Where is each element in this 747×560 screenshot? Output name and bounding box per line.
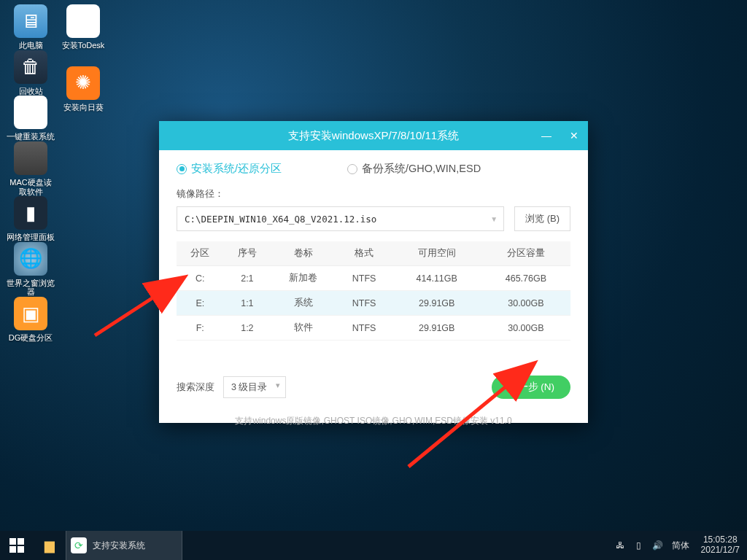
partition-table: 分区 序号 卷标 格式 可用空间 分区容量 C:2:1新加卷NTFS414.11… (177, 241, 570, 341)
desktop-icon-回收站[interactable]: 🗑回收站 (6, 50, 55, 96)
app-icon: ▮ (14, 196, 47, 230)
tray-volume-icon[interactable]: 🔊 (649, 540, 667, 551)
search-depth-label: 搜索深度 (177, 381, 214, 394)
desktop-icon-网络管理面板[interactable]: ▮网络管理面板 (6, 196, 55, 242)
image-path-label: 镜像路径： (177, 187, 570, 201)
desktop-icon-一键重装系统[interactable]: ⟳一键重装系统 (6, 96, 55, 141)
radio-icon (177, 164, 187, 174)
close-button[interactable]: ✕ (560, 121, 588, 150)
app-icon: ⟳ (14, 96, 47, 129)
image-path-dropdown[interactable]: C:\DEEPIN_WIN10_X64_Q8_V2021.12.iso ▼ (177, 206, 504, 231)
desktop-icon-安装向日葵[interactable]: ✺安装向日葵 (58, 66, 108, 112)
clock[interactable]: 15:05:28 2021/12/7 (694, 535, 747, 556)
app-icon: 🗑 (14, 50, 47, 84)
table-row[interactable]: E:1:1系统NTFS29.91GB30.00GB (177, 291, 570, 316)
desktop-icon-世界之窗浏览器[interactable]: 🌐世界之窗浏览器 (6, 242, 55, 297)
desktop-icon-DG硬盘分区[interactable]: ▣DG硬盘分区 (6, 297, 55, 343)
tray-network-icon[interactable]: 🖧 (611, 540, 630, 551)
start-button[interactable] (0, 531, 34, 560)
radio-install-restore[interactable]: 安装系统/还原分区 (177, 162, 282, 176)
desktop-icon-安装ToDesk[interactable]: ◪安装ToDesk (58, 4, 108, 50)
browse-button[interactable]: 浏览 (B) (514, 206, 570, 231)
tray-location-icon[interactable]: ▯ (630, 540, 649, 551)
app-icon: 🌐 (14, 242, 47, 276)
taskbar: ▆ ⟳ 支持安装系统 🖧 ▯ 🔊 简体 15:05:28 2021/12/7 (0, 531, 747, 560)
installer-window: 支持安装windowsXP/7/8/10/11系统 — ✕ 安装系统/还原分区 … (159, 121, 588, 423)
desktop-icon-MAC硬盘读取软件[interactable]: MAC硬盘读取软件 (6, 141, 55, 196)
radio-backup[interactable]: 备份系统/GHO,WIN,ESD (347, 162, 481, 176)
file-explorer-icon[interactable]: ▆ (34, 531, 66, 560)
minimize-button[interactable]: — (533, 121, 560, 150)
ime-indicator[interactable]: 简体 (672, 540, 689, 552)
table-row[interactable]: C:2:1新加卷NTFS414.11GB465.76GB (177, 266, 570, 291)
window-title: 支持安装windowsXP/7/8/10/11系统 (288, 129, 459, 143)
next-button[interactable]: 下一步 (N) (492, 376, 571, 399)
taskbar-task-installer[interactable]: ⟳ 支持安装系统 (66, 531, 182, 560)
app-icon: 🖥 (14, 4, 47, 38)
app-icon (14, 141, 47, 175)
footer-tip: 支持windows原版镜像,GHOST ISO镜像,GHO,WIM,ESD镜像安… (177, 415, 570, 427)
app-icon: ✺ (66, 66, 100, 100)
desktop-icon-此电脑[interactable]: 🖥此电脑 (6, 4, 55, 50)
search-depth-select[interactable]: 3 级目录 (223, 376, 286, 398)
table-row[interactable]: F:1:2软件NTFS29.91GB30.00GB (177, 316, 570, 341)
titlebar: 支持安装windowsXP/7/8/10/11系统 — ✕ (159, 121, 588, 150)
app-icon: ◪ (66, 4, 100, 38)
app-icon: ▣ (14, 297, 47, 330)
radio-icon (347, 164, 357, 174)
task-icon: ⟳ (71, 537, 87, 553)
chevron-down-icon[interactable]: ▼ (490, 215, 498, 223)
